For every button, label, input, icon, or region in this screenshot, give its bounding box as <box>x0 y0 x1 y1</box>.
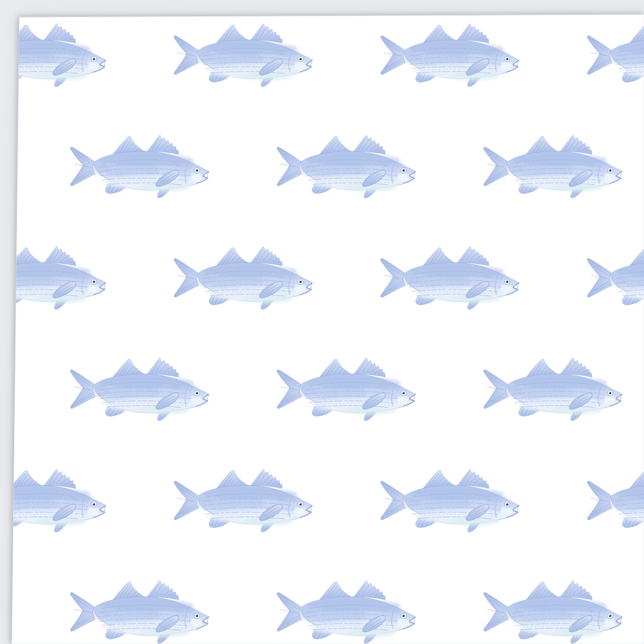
paper-sheet-with-shadow <box>12 14 644 644</box>
wrapping-paper-photo <box>0 0 644 644</box>
paper-sheet <box>12 14 644 644</box>
scene <box>0 0 644 644</box>
photo-backdrop: { "scene": { "description": "White wrapp… <box>0 0 644 644</box>
